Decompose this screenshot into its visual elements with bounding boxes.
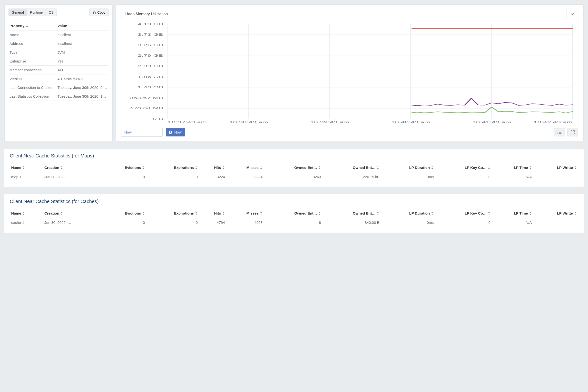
col-10[interactable]: LP Time: [492, 209, 533, 218]
property-value: hz.client_1: [57, 30, 108, 39]
maps-stats-table: NameCreationEvictionsExpirationsHitsMiss…: [10, 163, 578, 182]
svg-text:10:40:43 am: 10:40:43 am: [391, 120, 430, 124]
properties-table: Property Value Namehz.client_1Addressloc…: [8, 21, 108, 101]
tab-general[interactable]: General: [8, 8, 27, 16]
col-4[interactable]: Hits: [199, 209, 226, 218]
col-6[interactable]: Owned Ent…: [264, 209, 323, 218]
sort-icon: [530, 166, 532, 169]
properties-tab-group: General Runtime OS: [8, 8, 57, 16]
table-row: Member connectionALL: [8, 66, 108, 74]
col-8[interactable]: LP Duration: [381, 209, 435, 218]
svg-text:10:42:43 am: 10:42:43 am: [533, 120, 573, 124]
sort-icon: [195, 166, 198, 169]
cell: 4968: [226, 218, 264, 227]
tab-runtime[interactable]: Runtime: [27, 8, 46, 16]
cell: 0: [435, 172, 492, 182]
col-7[interactable]: Owned Ent…: [323, 163, 381, 172]
svg-text:10:41:43 am: 10:41:43 am: [472, 120, 511, 124]
table-row: map-1Jun 30, 2020, …00322432843263220.19…: [10, 172, 578, 182]
col-0[interactable]: Name: [10, 209, 43, 218]
svg-text:953.67 MB: 953.67 MB: [129, 96, 164, 100]
expand-button[interactable]: [567, 128, 578, 136]
cell: 840.00 B: [323, 218, 381, 227]
svg-text:0 B: 0 B: [153, 117, 163, 120]
svg-rect-1: [94, 12, 96, 14]
svg-text:2.79 GB: 2.79 GB: [138, 54, 163, 58]
col-1[interactable]: Creation: [43, 163, 101, 172]
sort-icon: [222, 212, 225, 215]
col-8[interactable]: LP Duration: [381, 163, 435, 172]
table-row: EnterpriseYes: [8, 57, 108, 66]
col-3[interactable]: Expirations: [146, 163, 199, 172]
cell: 0: [146, 218, 199, 227]
property-value: JVM: [57, 48, 108, 57]
sort-icon: [61, 166, 63, 169]
cell: 0: [101, 172, 146, 182]
col-5[interactable]: Misses: [226, 163, 264, 172]
chevron-down-icon: [567, 9, 578, 19]
svg-text:3.73 GB: 3.73 GB: [138, 33, 163, 36]
col-9[interactable]: LP Key Co…: [435, 209, 492, 218]
col-2[interactable]: Evictions: [101, 209, 146, 218]
sort-icon: [488, 212, 490, 215]
property-key: Version: [8, 74, 57, 83]
sort-icon: [260, 166, 263, 169]
now-button-label: Now: [174, 130, 182, 134]
col-7[interactable]: Owned Ent…: [323, 209, 381, 218]
col-11[interactable]: LP Writte: [533, 209, 578, 218]
cell: map-1: [10, 172, 43, 182]
svg-text:3.26 GB: 3.26 GB: [138, 44, 163, 47]
chart-selector[interactable]: Heap Memory Utilization: [121, 9, 578, 19]
tab-os[interactable]: OS: [46, 8, 57, 16]
col-4[interactable]: Hits: [199, 163, 226, 172]
col-1[interactable]: Creation: [43, 209, 101, 218]
col-3[interactable]: Expirations: [146, 209, 199, 218]
svg-text:10:37:43 am: 10:37:43 am: [168, 120, 207, 124]
sort-icon: [431, 166, 434, 169]
maps-stats-title: Client Near Cache Statistics (for Maps): [10, 153, 578, 159]
client-properties-panel: General Runtime OS Copy Property Value N…: [4, 4, 113, 141]
sort-icon: [574, 166, 577, 169]
cell: cache-1: [10, 218, 43, 227]
property-value: 4.1-SNAPSHOT: [57, 74, 108, 83]
property-value: Yes: [57, 57, 108, 66]
cell: N/A: [492, 172, 533, 182]
col-6[interactable]: Owned Ent…: [264, 163, 323, 172]
copy-icon: [92, 11, 96, 14]
sort-icon: [319, 212, 321, 215]
copy-button-label: Copy: [97, 10, 105, 14]
sort-icon: [222, 166, 225, 169]
col-2[interactable]: Evictions: [101, 163, 146, 172]
cell: [533, 218, 578, 227]
copy-button[interactable]: Copy: [89, 8, 108, 16]
svg-text:2.33 GB: 2.33 GB: [138, 64, 163, 68]
now-button[interactable]: Now: [166, 128, 185, 136]
sort-icon: [142, 212, 145, 215]
property-key: Member connection: [8, 66, 57, 74]
cell: [533, 172, 578, 182]
property-value: Tuesday, June 30th 2020, 9:4…: [57, 83, 108, 92]
th-value: Value: [57, 21, 108, 30]
col-10[interactable]: LP Time: [492, 163, 533, 172]
svg-text:1.40 GB: 1.40 GB: [138, 86, 163, 89]
cell: 3263: [264, 172, 323, 182]
svg-text:10:39:43 am: 10:39:43 am: [310, 120, 349, 124]
cell: Jun 30, 2020, …: [43, 218, 101, 227]
heap-chart: 0 B476.84 MB953.67 MB1.40 GB1.86 GB2.33 …: [121, 23, 578, 125]
property-value: Tuesday, June 30th 2020, 10:…: [57, 92, 108, 101]
legend-button[interactable]: [554, 128, 565, 136]
svg-text:476.84 MB: 476.84 MB: [129, 106, 164, 110]
sort-icon: [488, 166, 490, 169]
table-row: Last Statistics CollectionTuesday, June …: [8, 92, 108, 101]
cell: 220.19 kB: [323, 172, 381, 182]
sort-icon: [319, 166, 321, 169]
col-9[interactable]: LP Key Co…: [435, 163, 492, 172]
time-input[interactable]: Now: [121, 128, 163, 137]
th-property[interactable]: Property: [8, 21, 57, 30]
sort-icon: [23, 212, 25, 215]
col-0[interactable]: Name: [10, 163, 43, 172]
col-11[interactable]: LP Writte: [533, 163, 578, 172]
table-row: Addresslocalhost: [8, 39, 108, 48]
sort-icon: [23, 166, 25, 169]
col-5[interactable]: Misses: [226, 209, 264, 218]
